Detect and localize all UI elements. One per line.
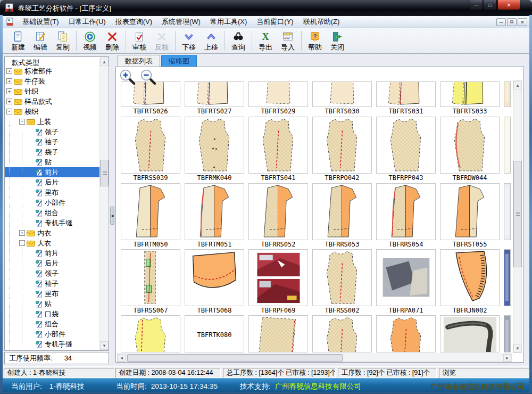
toolbar-button-video[interactable]: 视频	[79, 28, 101, 53]
thumbnail-cell[interactable]	[312, 183, 372, 240]
thumbnail-cell[interactable]	[248, 81, 308, 107]
tree-item-selected[interactable]: 前片	[5, 167, 100, 177]
toolbar-button-edit[interactable]: 编辑	[29, 28, 52, 53]
tree-expander-minus-icon[interactable]: -	[6, 109, 12, 114]
thumbnail-cell[interactable]	[121, 315, 180, 352]
thumbnail-cell[interactable]	[376, 315, 436, 352]
thumbnail-cell[interactable]	[248, 315, 308, 352]
toolbar-button-help[interactable]: ?帮助	[304, 28, 326, 53]
panel-splitter[interactable]: ◄	[109, 56, 115, 364]
thumbnail-cell[interactable]	[248, 249, 308, 306]
thumbnail-cell-partial[interactable]	[504, 117, 511, 174]
thumbnail-cell[interactable]	[440, 249, 500, 306]
thumbnail-cell[interactable]	[440, 183, 500, 240]
thumbnail-cell[interactable]	[376, 117, 436, 174]
close-button[interactable]: ✕	[497, 0, 520, 10]
tree-item[interactable]: 前片	[5, 248, 100, 258]
thumbnail-cell[interactable]	[248, 183, 308, 240]
thumbnail-cell-partial[interactable]	[504, 81, 511, 107]
tree-item[interactable]: 里布	[5, 289, 100, 299]
thumbnail-cell[interactable]	[440, 117, 500, 174]
tree-item[interactable]: 袖子	[5, 278, 100, 289]
tree-expander-minus-icon[interactable]: -	[19, 240, 25, 246]
toolbar-button-new[interactable]: 新建	[7, 28, 29, 53]
thumbnail-cell[interactable]	[185, 117, 244, 174]
thumbnail-cell[interactable]	[121, 183, 180, 240]
toolbar-button-down[interactable]: 下移	[178, 28, 200, 53]
tree-item[interactable]: 专机手缝	[5, 218, 100, 228]
menu-item-6[interactable]: 联机帮助(Z)	[298, 16, 345, 28]
tree-item[interactable]: 领子	[5, 127, 100, 137]
tree-expander-plus-icon[interactable]: +	[6, 68, 12, 74]
thumbnail-cell-partial[interactable]	[504, 249, 511, 306]
tree-item[interactable]: 后片	[5, 258, 100, 268]
toolbar-button-up[interactable]: 上移	[200, 28, 222, 53]
thumbnail-cell[interactable]	[121, 117, 180, 174]
tree-item[interactable]: 小部件	[5, 198, 100, 208]
thumbnail-cell[interactable]	[121, 249, 180, 306]
splitter-collapse-icon[interactable]: ◄	[110, 207, 114, 225]
thumbnail-cell[interactable]	[312, 315, 372, 352]
tree-item[interactable]: +内衣	[5, 228, 100, 238]
scroll-left-arrow-icon[interactable]: ◄	[118, 354, 126, 362]
mdi-close-button[interactable]: ✕	[518, 18, 527, 26]
toolbar-button-closedoor[interactable]: 关闭	[326, 28, 348, 53]
thumbnail-cell[interactable]: TBFRTK080	[185, 315, 244, 352]
mdi-restore-button[interactable]: ⧉	[507, 18, 517, 26]
thumbnail-cell[interactable]	[312, 117, 372, 174]
thumbnail-cell[interactable]	[185, 81, 244, 107]
vertical-scrollbar-thumb[interactable]	[513, 161, 522, 267]
horizontal-scrollbar[interactable]: ◄ ►	[117, 354, 512, 362]
scroll-up-arrow-icon[interactable]: ▲	[513, 81, 522, 89]
tree-item[interactable]: +牛仔装	[5, 76, 100, 86]
tree-expander-plus-icon[interactable]: +	[19, 230, 25, 236]
thumbnail-cell[interactable]	[376, 183, 436, 240]
tree-item[interactable]: 袖子	[5, 137, 100, 147]
thumbnail-cell[interactable]	[440, 315, 500, 352]
toolbar-button-import[interactable]: 导入	[277, 28, 299, 53]
toolbar-button-audit[interactable]: 审核	[128, 28, 151, 53]
toolbar-button-delete[interactable]: 删除	[101, 28, 123, 53]
mdi-minimize-button[interactable]: ─	[496, 18, 506, 26]
title-bar[interactable]: 春晓工艺分析软件 - [工序定义] ─□✕	[0, 0, 532, 16]
tree-item[interactable]: 组合	[5, 319, 100, 329]
tree-item[interactable]: 领子	[5, 268, 100, 278]
tree-item[interactable]: 小部件	[5, 329, 100, 339]
toolbar-button-export[interactable]: X导出	[254, 28, 277, 53]
tree-expander-minus-icon[interactable]: -	[19, 119, 25, 125]
tree-item[interactable]: +样品款式	[5, 96, 100, 106]
tree-scrollbar[interactable]: ▲ ▼	[99, 58, 108, 350]
tree-item[interactable]: 袋子	[5, 147, 100, 157]
thumbnail-cell[interactable]	[376, 81, 436, 107]
thumbnail-cell[interactable]	[376, 249, 436, 306]
menu-item-3[interactable]: 系统管理(W)	[157, 16, 205, 28]
tree-scrollbar-thumb[interactable]	[100, 160, 109, 186]
zoom-in-icon[interactable]	[119, 68, 137, 86]
tree-item[interactable]: 专机手缝	[5, 339, 100, 349]
tree-item[interactable]: +标准部件	[5, 66, 100, 76]
vertical-scrollbar[interactable]: ▲ ▼	[513, 80, 522, 353]
tree-item[interactable]: 贴	[5, 299, 100, 309]
tree-item[interactable]: -大衣	[5, 238, 100, 248]
tree-item[interactable]: -梭织	[5, 106, 100, 117]
zoom-out-icon[interactable]	[139, 68, 157, 86]
thumbnail-cell[interactable]	[312, 249, 372, 306]
thumbnail-cell-partial[interactable]	[504, 183, 511, 240]
tree-item[interactable]: -上装	[5, 117, 100, 127]
tab-data-list[interactable]: 数据列表	[118, 55, 160, 67]
tree-item[interactable]: +针织	[5, 86, 100, 96]
scroll-down-arrow-icon[interactable]: ▼	[100, 341, 109, 350]
maximize-button[interactable]: □	[484, 0, 497, 10]
tree-item[interactable]: 贴	[5, 157, 100, 167]
menu-item-4[interactable]: 常用工具(X)	[205, 16, 252, 28]
tree-item[interactable]: 后片	[5, 177, 100, 187]
menu-item-1[interactable]: 日常工作(U)	[64, 16, 111, 28]
scroll-right-arrow-icon[interactable]: ►	[503, 354, 511, 362]
menu-item-5[interactable]: 当前窗口(Y)	[252, 16, 298, 28]
tree-item[interactable]: 里布	[5, 187, 100, 198]
thumbnail-cell[interactable]	[440, 81, 500, 107]
scroll-down-arrow-icon[interactable]: ▼	[513, 344, 522, 352]
tree-expander-plus-icon[interactable]: +	[6, 88, 12, 94]
menu-item-2[interactable]: 报表查询(V)	[111, 16, 157, 28]
scroll-up-arrow-icon[interactable]: ▲	[100, 58, 109, 66]
